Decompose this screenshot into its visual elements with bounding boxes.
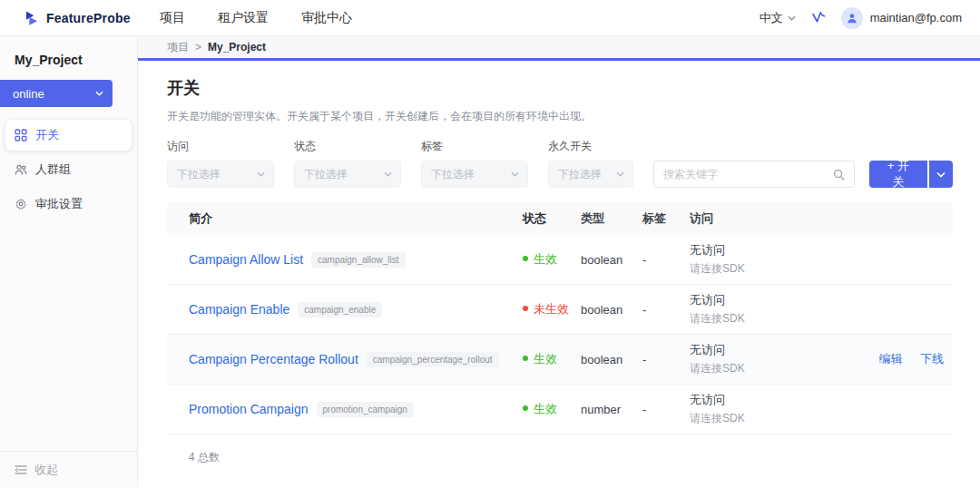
column-header-status: 状态 <box>523 210 581 227</box>
dropdown-placeholder: 下拉选择 <box>558 167 602 182</box>
filter-tags: 标签 下拉选择 <box>421 139 528 188</box>
language-selector[interactable]: 中文 <box>760 10 796 26</box>
tags-filter-dropdown[interactable]: 下拉选择 <box>421 161 528 188</box>
flag-name-link[interactable]: Campaign Allow List <box>189 252 303 267</box>
access-hint: 请连接SDK <box>690 411 837 426</box>
language-label: 中文 <box>760 10 783 26</box>
filter-status: 状态 下拉选择 <box>294 139 401 188</box>
main-area: 项目 > My_Project 开关 开关是功能的管理实体。开关属于某个项目，开… <box>138 36 980 487</box>
toggles-page: 开关 开关是功能的管理实体。开关属于某个项目，开关创建后，会在项目的所有环境中出… <box>138 61 980 487</box>
flag-key-badge: campaign_enable <box>298 302 382 317</box>
status-badge: 生效 <box>523 252 557 266</box>
toggles-table: 简介 状态 类型 标签 访问 Campaign Allow List campa… <box>167 202 953 465</box>
search-box <box>653 161 855 188</box>
flag-name-link[interactable]: Promotion Campaign <box>189 402 309 416</box>
dropdown-placeholder: 下拉选择 <box>431 167 475 182</box>
flag-type: boolean <box>581 253 642 267</box>
sidebar-item-segments[interactable]: 人群组 <box>5 154 132 185</box>
status-badge: 生效 <box>523 402 557 415</box>
user-email: maintian@fp.com <box>870 11 962 24</box>
edit-action-link[interactable]: 编辑 <box>878 352 902 366</box>
search-input[interactable] <box>663 168 833 181</box>
flag-key-badge: promotion_campaign <box>317 402 414 417</box>
topbar-right: 中文 maintian@fp.com <box>760 7 962 29</box>
status-badge: 生效 <box>523 352 557 366</box>
page-description: 开关是功能的管理实体。开关属于某个项目，开关创建后，会在项目的所有环境中出现。 <box>167 109 953 124</box>
status-badge: 未生效 <box>523 302 569 316</box>
search-icon[interactable] <box>833 169 845 181</box>
access-status: 无访问 <box>690 242 837 259</box>
filter-toolbar: 访问 下拉选择 状态 下拉选择 <box>167 139 953 188</box>
users-icon <box>15 163 27 176</box>
sidebar-item-toggles[interactable]: 开关 <box>5 120 132 151</box>
flag-tags: - <box>642 303 690 317</box>
account-menu[interactable]: maintian@fp.com <box>841 7 962 29</box>
gear-icon <box>15 198 27 210</box>
flag-name-link[interactable]: Campaign Enable <box>189 302 289 317</box>
top-navigation: 项目 租户设置 审批中心 <box>160 10 352 26</box>
filter-access: 访问 下拉选择 <box>167 139 274 188</box>
chevron-down-icon <box>95 91 103 96</box>
nav-item-tenant-settings[interactable]: 租户设置 <box>218 10 269 26</box>
flag-type: number <box>581 403 642 416</box>
table-row[interactable]: Campaign Allow List campaign_allow_list … <box>167 235 953 285</box>
breadcrumb: 项目 > My_Project <box>138 36 980 61</box>
sidebar-item-label: 开关 <box>35 127 59 143</box>
table-row[interactable]: Promotion Campaign promotion_campaign 生效… <box>167 385 953 434</box>
nav-item-projects[interactable]: 项目 <box>160 10 185 26</box>
toggle-switch-icon <box>15 129 27 142</box>
page-title: 开关 <box>167 77 953 99</box>
filter-permanent: 永久开关 下拉选择 <box>548 139 633 188</box>
chevron-down-icon <box>384 171 392 177</box>
permanent-filter-dropdown[interactable]: 下拉选择 <box>548 161 633 188</box>
column-header-access: 访问 <box>690 210 844 227</box>
flag-tags: - <box>642 403 690 416</box>
breadcrumb-separator: > <box>195 41 201 54</box>
chevron-down-icon <box>511 171 519 177</box>
collapse-menu-icon <box>15 464 27 475</box>
add-toggle-button[interactable]: + 开关 <box>869 161 927 188</box>
access-filter-dropdown[interactable]: 下拉选择 <box>167 161 274 188</box>
table-total-count: 4 总数 <box>167 434 953 465</box>
add-toggle-caret-button[interactable] <box>929 161 953 188</box>
filter-label: 访问 <box>167 139 274 154</box>
flag-type: boolean <box>581 303 642 317</box>
flag-tags: - <box>642 353 690 366</box>
project-name: My_Project <box>0 47 137 80</box>
flag-name-link[interactable]: Campaign Percentage Rollout <box>189 352 358 366</box>
nav-item-approval-center[interactable]: 审批中心 <box>301 10 352 26</box>
access-status: 无访问 <box>690 342 837 358</box>
environment-label: online <box>13 87 44 101</box>
access-status: 无访问 <box>690 392 837 408</box>
status-filter-dropdown[interactable]: 下拉选择 <box>294 161 401 188</box>
table-row[interactable]: Campaign Percentage Rollout campaign_per… <box>167 335 953 385</box>
table-row[interactable]: Campaign Enable campaign_enable 未生效 bool… <box>167 285 953 335</box>
featureprobe-logo-icon <box>24 10 40 26</box>
topbar: FeatureProbe 项目 租户设置 审批中心 中文 maintian@fp… <box>0 0 980 36</box>
flag-tags: - <box>642 253 690 267</box>
column-header-name: 简介 <box>167 210 523 227</box>
notification-icon[interactable] <box>810 10 827 26</box>
access-hint: 请连接SDK <box>690 361 837 376</box>
add-toggle-button-group: + 开关 <box>869 161 953 188</box>
breadcrumb-projects-link[interactable]: 项目 <box>167 40 189 55</box>
flag-key-badge: campaign_allow_list <box>311 252 406 268</box>
chevron-down-icon <box>788 15 796 21</box>
sidebar-item-approval-settings[interactable]: 审批设置 <box>5 189 132 220</box>
dropdown-placeholder: 下拉选择 <box>177 167 220 182</box>
sidebar-collapse-button[interactable]: 收起 <box>0 451 137 487</box>
brand-logo[interactable]: FeatureProbe <box>24 10 140 26</box>
sidebar-item-label: 审批设置 <box>35 196 83 212</box>
flag-type: boolean <box>581 353 642 366</box>
chevron-down-icon <box>616 171 624 177</box>
sidebar: My_Project online 开关 人群组 <box>0 36 138 487</box>
offline-action-link[interactable]: 下线 <box>920 352 944 366</box>
dropdown-placeholder: 下拉选择 <box>304 167 348 182</box>
flag-key-badge: campaign_percentage_rollout <box>367 352 499 367</box>
brand-name: FeatureProbe <box>46 11 131 25</box>
environment-selector[interactable]: online <box>0 80 113 107</box>
chevron-down-icon <box>257 171 265 177</box>
column-header-type: 类型 <box>581 210 642 227</box>
filter-label: 状态 <box>294 139 401 154</box>
filter-label: 标签 <box>421 139 528 154</box>
